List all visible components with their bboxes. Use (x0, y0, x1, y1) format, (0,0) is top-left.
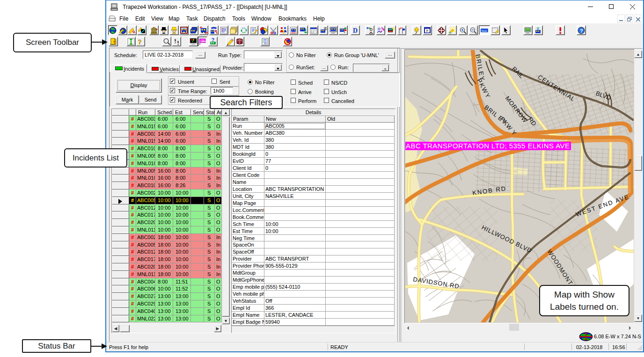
svg-text:ABC TRANSPORTATION LTD; 5355 E: ABC TRANSPORTATION LTD; 5355 ELKINS AVE (406, 142, 570, 150)
svg-text:Street: Street (482, 29, 488, 32)
svg-text:?: ? (392, 27, 395, 32)
svg-text:Label: Label (200, 39, 206, 42)
svg-text:?: ? (580, 28, 583, 33)
svg-text:?: ? (138, 38, 142, 45)
svg-text:D: D (353, 27, 358, 34)
svg-text:?: ? (212, 38, 214, 43)
